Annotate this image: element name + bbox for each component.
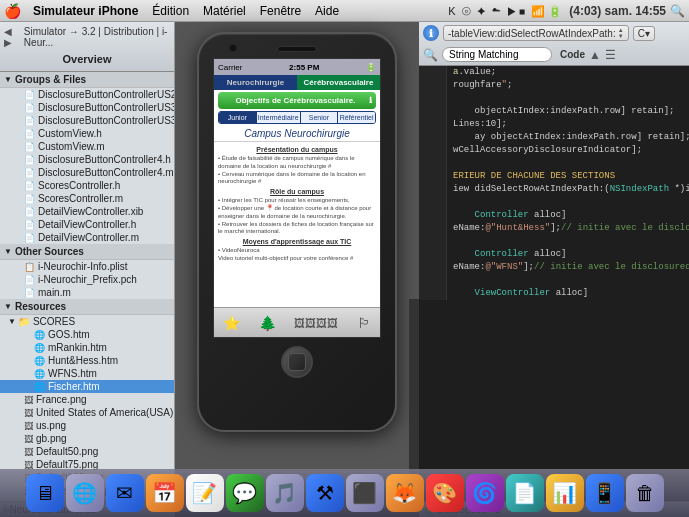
- dock-icon-finder[interactable]: 🖥: [26, 474, 64, 512]
- menu-aide[interactable]: Aide: [309, 2, 345, 20]
- textmate-icon: 📊: [552, 481, 577, 505]
- line-number: [419, 235, 447, 248]
- dock-icon-notes[interactable]: 📝: [186, 474, 224, 512]
- column-sort-icon[interactable]: ▲: [589, 48, 601, 62]
- segment-control[interactable]: Junior Intermédiaire Senior Référentiel: [218, 111, 376, 124]
- dock-icon-mail[interactable]: ✉: [106, 474, 144, 512]
- list-item[interactable]: 🖼 gb.png: [0, 432, 174, 445]
- segment-intermediaire[interactable]: Intermédiaire: [257, 112, 301, 123]
- file-icon: 📄: [24, 129, 35, 139]
- resources-header[interactable]: ▼ Resources: [0, 299, 174, 315]
- list-item[interactable]: 📄 DisclosureButtonControllerUS3.m: [0, 114, 174, 127]
- code-editor[interactable]: a.value; roughfare"; objectAtIndex:index…: [419, 66, 689, 501]
- filename: DisclosureButtonController4.h: [38, 154, 171, 165]
- table-row: [419, 157, 689, 170]
- code-text: eName:@"Hunt&Hess"];// initie avec le di…: [447, 222, 689, 235]
- dock-icon-iphone-sim[interactable]: 📱: [586, 474, 624, 512]
- safari-icon: 🌐: [72, 481, 97, 505]
- list-item[interactable]: 📄 DisclosureButtonControllerUS2.m: [0, 88, 174, 101]
- dock-icon-photoshop[interactable]: 🎨: [426, 474, 464, 512]
- segment-label: Junior: [228, 114, 247, 121]
- menu-materiel[interactable]: Matériel: [197, 2, 252, 20]
- tab-icon-tree[interactable]: 🌲: [259, 315, 276, 331]
- list-item[interactable]: 🌐 WFNS.htm: [0, 367, 174, 380]
- dock-icon-xcode[interactable]: ⚒: [306, 474, 344, 512]
- list-item[interactable]: 🖼 Default50.png: [0, 445, 174, 458]
- list-item[interactable]: 📄 DisclosureButtonController4.m: [0, 166, 174, 179]
- iphone-home-button[interactable]: [281, 346, 313, 378]
- objectifs-button[interactable]: Objectifs de Cérébrovasculaire. ℹ: [218, 92, 376, 109]
- list-item[interactable]: 🌐 Hunt&Hess.htm: [0, 354, 174, 367]
- iphone-screen[interactable]: Carrier 2:55 PM 🔋 Neurochirurgie Cérébro…: [213, 58, 381, 338]
- method-selector[interactable]: -tableView:didSelectRowAtIndexPath: ▲▼: [443, 25, 629, 41]
- other-sources-header[interactable]: ▼ Other Sources: [0, 244, 174, 260]
- search-field[interactable]: String Matching: [442, 47, 552, 62]
- list-item[interactable]: 📄 CustomView.h: [0, 127, 174, 140]
- column-options-icon[interactable]: ☰: [605, 48, 616, 62]
- iphone-speaker: [277, 46, 317, 52]
- dock-icon-calendar[interactable]: 📅: [146, 474, 184, 512]
- apple-menu-icon[interactable]: 🍎: [4, 3, 21, 19]
- table-row: roughfare";: [419, 79, 689, 92]
- dock-icon-safari[interactable]: 🌐: [66, 474, 104, 512]
- code-text: ay objectAtIndex:indexPath.row] retain];: [447, 131, 689, 144]
- list-item[interactable]: 📄 DetailViewController.xib: [0, 205, 174, 218]
- line-number: [419, 92, 447, 105]
- filename: DisclosureButtonControllerUS3.m: [38, 115, 174, 126]
- list-item[interactable]: 📄 CustomView.m: [0, 140, 174, 153]
- tab-icon-images[interactable]: 🖼🖼🖼🖼: [294, 317, 338, 329]
- list-item[interactable]: 📄 i-Neurochir_Prefix.pch: [0, 273, 174, 286]
- list-item[interactable]: 📄 DetailViewController.m: [0, 231, 174, 244]
- dock-icon-textmate[interactable]: 📊: [546, 474, 584, 512]
- content-line: • Retrouver les dossiers de fiches de lo…: [218, 221, 376, 237]
- htm-icon: 🌐: [34, 356, 45, 366]
- app-bottom-tabs[interactable]: ⭐ 🌲 🖼🖼🖼🖼 🏳: [214, 307, 380, 337]
- dock-icon-itunes[interactable]: 🎵: [266, 474, 304, 512]
- tab-neurochirurgie[interactable]: Neurochirurgie: [214, 75, 297, 90]
- png-icon: 🖼: [24, 408, 33, 418]
- dock-icon-messages[interactable]: 💬: [226, 474, 264, 512]
- dock-icon-trash[interactable]: 🗑: [626, 474, 664, 512]
- list-item[interactable]: 📄 ScoresController.m: [0, 192, 174, 205]
- battery-icon: 🔋: [366, 63, 376, 72]
- info-button[interactable]: ℹ: [423, 25, 439, 41]
- list-item[interactable]: 📄 main.m: [0, 286, 174, 299]
- list-item[interactable]: 🖼 United States of America(USA).png: [0, 406, 174, 419]
- tab-icon-star[interactable]: ⭐: [223, 315, 240, 331]
- list-item[interactable]: 🌐 GOS.htm: [0, 328, 174, 341]
- app-content[interactable]: Présentation du campus • Étude de faisab…: [214, 142, 380, 265]
- filename: GOS.htm: [48, 329, 90, 340]
- scores-folder[interactable]: ▼ 📁 SCORES: [0, 315, 174, 328]
- dock-icon-acrobat[interactable]: 📄: [506, 474, 544, 512]
- segment-referentiel[interactable]: Référentiel: [338, 112, 375, 123]
- list-item[interactable]: 🌐 mRankin.htm: [0, 341, 174, 354]
- nav-arrows[interactable]: ◀ ▶: [4, 26, 20, 48]
- file-tree[interactable]: 📄 DisclosureButtonControllerUS2.m 📄 Disc…: [0, 88, 174, 501]
- menu-edition[interactable]: Édition: [146, 2, 195, 20]
- sort-selector[interactable]: C▾: [633, 26, 655, 41]
- menu-search-icon[interactable]: 🔍: [670, 4, 685, 18]
- tab-cerebrovasculaire[interactable]: Cérébrovasculaire: [297, 75, 380, 90]
- list-item[interactable]: 📄 DisclosureButtonController4.h: [0, 153, 174, 166]
- tab-icon-flag[interactable]: 🏳: [357, 315, 371, 331]
- list-item[interactable]: 🖼 us.png: [0, 419, 174, 432]
- dock-icon-terminal[interactable]: ⬛: [346, 474, 384, 512]
- list-item[interactable]: 🌐 Fischer.htm: [0, 380, 174, 393]
- list-item[interactable]: 📋 i-Neurochir-Info.plist: [0, 260, 174, 273]
- menu-fenetre[interactable]: Fenêtre: [254, 2, 307, 20]
- list-item[interactable]: 📄 ScoresController.h: [0, 179, 174, 192]
- dock-icon-firefox[interactable]: 🦊: [386, 474, 424, 512]
- tree-arrow-icon: ▼: [4, 247, 12, 256]
- list-item[interactable]: 📄 DetailViewController.h: [0, 218, 174, 231]
- segment-junior[interactable]: Junior: [219, 112, 257, 123]
- table-row: objectAtIndex:indexPath.row] retain];: [419, 105, 689, 118]
- xcode-toolbar: ◀ ▶ Simulator → 3.2 | Distribution | i-N…: [0, 22, 174, 72]
- menu-bar: 🍎 Simulateur iPhone Édition Matériel Fen…: [0, 0, 689, 22]
- segment-senior[interactable]: Senior: [301, 112, 339, 123]
- app-tab-bar[interactable]: Neurochirurgie Cérébrovasculaire: [214, 75, 380, 90]
- menu-app-name[interactable]: Simulateur iPhone: [27, 2, 144, 20]
- breadcrumb-text: Simulator → 3.2 | Distribution | i-Neur.…: [24, 26, 170, 48]
- dock-icon-dreamweaver[interactable]: 🌀: [466, 474, 504, 512]
- list-item[interactable]: 📄 DisclosureButtonControllerUS3.h: [0, 101, 174, 114]
- list-item[interactable]: 🖼 France.png: [0, 393, 174, 406]
